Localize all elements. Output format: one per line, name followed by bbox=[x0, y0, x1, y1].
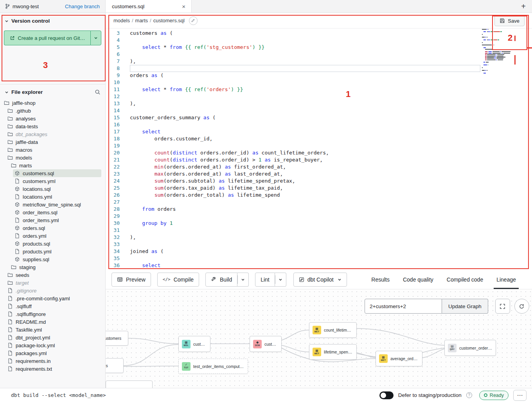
lint-dropdown-button[interactable] bbox=[275, 273, 286, 287]
tree-item-customers.yml[interactable]: customers.yml bbox=[0, 177, 105, 185]
code-line-11[interactable]: 11 select * from {{ ref('orders') }} bbox=[106, 86, 532, 93]
tree-item-target[interactable]: target bbox=[0, 279, 105, 287]
pull-request-dropdown-button[interactable] bbox=[90, 31, 101, 45]
compile-button[interactable]: </> Compile bbox=[157, 273, 199, 287]
tree-item-metricflow_time_spine.sql[interactable]: metricflow_time_spine.sql bbox=[0, 201, 105, 208]
breadcrumb-item[interactable]: customers.sql bbox=[153, 18, 185, 23]
code-line-27[interactable]: 27 bbox=[106, 199, 532, 206]
close-icon[interactable]: × bbox=[181, 3, 187, 10]
tree-item-supplies.sql[interactable]: supplies.sql bbox=[0, 255, 105, 263]
code-editor[interactable]: 3customers as (45 select * from {{ ref('… bbox=[106, 29, 532, 270]
refresh-button[interactable] bbox=[514, 299, 529, 314]
save-button[interactable]: Save bbox=[494, 15, 525, 26]
code-line-16[interactable]: 16 bbox=[106, 121, 532, 128]
preview-button[interactable]: Preview bbox=[111, 273, 151, 287]
code-line-18[interactable]: 18 orders.customer_id, bbox=[106, 135, 532, 142]
code-line-33[interactable]: 33 bbox=[106, 241, 532, 248]
code-line-4[interactable]: 4 bbox=[106, 37, 532, 44]
code-line-25[interactable]: 25 sum(orders.tax_paid) as lifetime_tax_… bbox=[106, 185, 532, 192]
code-line-6[interactable]: 6 bbox=[106, 51, 532, 58]
lineage-node-customers[interactable]: ▦MDLcustomers bbox=[178, 336, 210, 352]
dbt-copilot-button[interactable]: dbt Copilot bbox=[293, 273, 347, 287]
code-line-9[interactable]: 9orders as ( bbox=[106, 72, 532, 79]
code-line-26[interactable]: 26 sum(orders.order_total) as lifetime_s… bbox=[106, 192, 532, 199]
code-line-20[interactable]: 20 count(distinct orders.order_id) as co… bbox=[106, 149, 532, 156]
tab-customers-sql[interactable]: customers.sql × bbox=[106, 0, 192, 13]
code-line-34[interactable]: 34joined as ( bbox=[106, 248, 532, 255]
tree-item-order_items.yml[interactable]: order_items.yml bbox=[0, 216, 105, 224]
tree-item-customers.sql[interactable]: customers.sql bbox=[0, 169, 105, 177]
code-line-12[interactable]: 12 bbox=[106, 93, 532, 100]
code-line-14[interactable]: 14 bbox=[106, 107, 532, 114]
code-line-22[interactable]: 22 min(orders.ordered_at) as first_order… bbox=[106, 163, 532, 170]
tree-item-dbt_packages[interactable]: dbt_packages bbox=[0, 130, 105, 138]
create-pull-request-button[interactable]: Create a pull request on Git… bbox=[4, 31, 90, 45]
code-line-8[interactable]: 8 bbox=[106, 65, 532, 72]
code-line-29[interactable]: 29 bbox=[106, 213, 532, 220]
build-dropdown-button[interactable] bbox=[237, 273, 249, 287]
defer-toggle[interactable] bbox=[379, 391, 394, 399]
code-line-7[interactable]: 7), bbox=[106, 58, 532, 65]
tree-item-README.md[interactable]: README.md bbox=[0, 318, 105, 326]
tree-item-macros[interactable]: macros bbox=[0, 146, 105, 154]
update-graph-button[interactable]: Update Graph bbox=[442, 299, 488, 314]
tree-item-requirements.in[interactable]: requirements.in bbox=[0, 357, 105, 365]
lineage-node-customer_order_metrics[interactable]: ▤QRYcustomer_order_metrics bbox=[444, 340, 496, 356]
tree-item-.sqlfluff[interactable]: .sqlfluff bbox=[0, 302, 105, 310]
lineage-node-count_lifetime_orders[interactable]: ▦METcount_lifetime_orders bbox=[309, 322, 357, 338]
copilot-icon-button[interactable] bbox=[189, 16, 198, 25]
tab-results[interactable]: Results bbox=[365, 270, 396, 289]
lineage-search-input[interactable] bbox=[365, 299, 442, 314]
minimap[interactable] bbox=[482, 29, 514, 80]
code-line-21[interactable]: 21 count(distinct orders.order_id) > 1 a… bbox=[106, 156, 532, 163]
tree-item-package-lock.yml[interactable]: package-lock.yml bbox=[0, 341, 105, 349]
code-line-36[interactable]: 36 select bbox=[106, 262, 532, 269]
lineage-node-customers[interactable]: ◆SEMcustomers bbox=[250, 336, 282, 352]
code-line-30[interactable]: 30 group by 1 bbox=[106, 220, 532, 227]
lineage-node-lifetime_spend_pretax[interactable]: ▦METlifetime_spend_pretax bbox=[309, 344, 357, 360]
lineage-node-orders[interactable]: ▦MDLorders bbox=[106, 358, 124, 373]
code-line-17[interactable]: 17 select bbox=[106, 128, 532, 135]
tree-item-Taskfile.yml[interactable]: Taskfile.yml bbox=[0, 326, 105, 334]
code-line-32[interactable]: 32), bbox=[106, 234, 532, 241]
tree-item-jaffle-data[interactable]: jaffle-data bbox=[0, 138, 105, 146]
tree-item-seeds[interactable]: seeds bbox=[0, 271, 105, 279]
tab-code-quality[interactable]: Code quality bbox=[396, 270, 440, 289]
code-line-3[interactable]: 3customers as ( bbox=[106, 30, 532, 37]
tree-item-.sqlfluffignore[interactable]: .sqlfluffignore bbox=[0, 310, 105, 318]
lineage-node-stg_customers[interactable]: ▦MDLstg_customers bbox=[106, 331, 128, 346]
lineage-node-test_order_items_compute_to_bools-[interactable]: ✓TSTtest_order_items_compute_to_bools… bbox=[178, 359, 248, 374]
new-tab-button[interactable]: + bbox=[521, 2, 526, 10]
tree-item-orders.yml[interactable]: orders.yml bbox=[0, 232, 105, 240]
tree-item-packages.yml[interactable]: packages.yml bbox=[0, 349, 105, 357]
tree-item-requirements.txt[interactable]: requirements.txt bbox=[0, 365, 105, 373]
tab-compiled-code[interactable]: Compiled code bbox=[440, 270, 490, 289]
tree-item-orders.sql[interactable]: orders.sql bbox=[0, 224, 105, 232]
help-icon[interactable]: ? bbox=[466, 392, 472, 398]
code-line-24[interactable]: 24 sum(orders.subtotal) as lifetime_spen… bbox=[106, 178, 532, 185]
breadcrumb-item[interactable]: models bbox=[113, 18, 130, 23]
code-line-19[interactable]: 19 bbox=[106, 142, 532, 149]
tree-item-models[interactable]: models bbox=[0, 154, 105, 162]
tree-item-products.yml[interactable]: products.yml bbox=[0, 248, 105, 255]
tree-item-dbt_project.yml[interactable]: dbt_project.yml bbox=[0, 334, 105, 341]
code-line-35[interactable]: 35 bbox=[106, 255, 532, 262]
tree-item-jaffle-shop[interactable]: jaffle-shop bbox=[0, 99, 105, 107]
tree-item-order_items.sql[interactable]: order_items.sql bbox=[0, 208, 105, 216]
search-icon[interactable] bbox=[95, 89, 101, 95]
tree-item-locations.yml[interactable]: locations.yml bbox=[0, 193, 105, 201]
code-line-15[interactable]: 15customer_orders_summary as ( bbox=[106, 114, 532, 121]
code-line-28[interactable]: 28 from orders bbox=[106, 206, 532, 213]
fullscreen-button[interactable] bbox=[495, 299, 510, 314]
code-line-10[interactable]: 10 bbox=[106, 79, 532, 86]
tree-item-staging[interactable]: staging bbox=[0, 263, 105, 271]
lint-button[interactable]: Lint bbox=[255, 273, 275, 287]
tree-item-.gitignore[interactable]: .gitignore bbox=[0, 287, 105, 294]
code-line-13[interactable]: 13), bbox=[106, 100, 532, 107]
tree-item-analyses[interactable]: analyses bbox=[0, 115, 105, 122]
tree-item-marts[interactable]: marts bbox=[0, 162, 105, 169]
code-line-31[interactable]: 31 bbox=[106, 227, 532, 234]
build-button[interactable]: Build bbox=[205, 273, 237, 287]
tree-item-.pre-commit-config.yaml[interactable]: .pre-commit-config.yaml bbox=[0, 294, 105, 302]
code-line-5[interactable]: 5 select * from {{ ref('stg_customers') … bbox=[106, 44, 532, 51]
